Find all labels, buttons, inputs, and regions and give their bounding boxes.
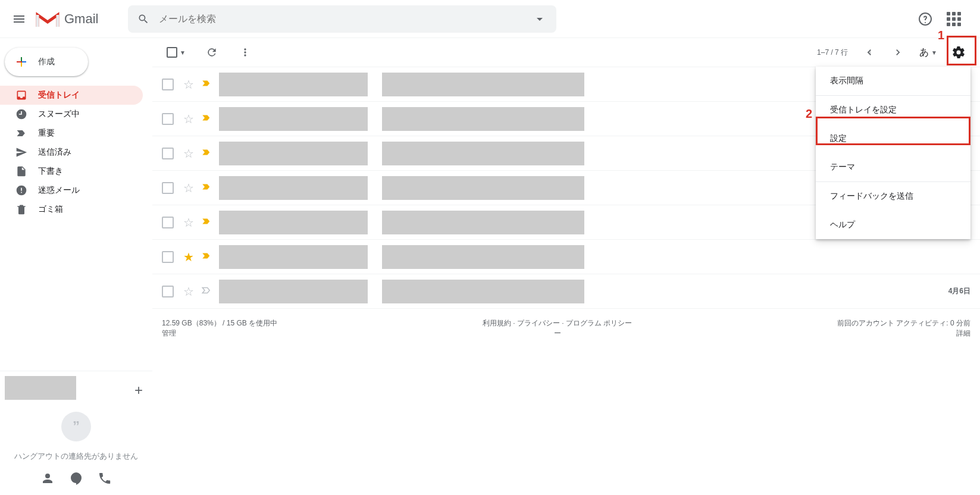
sidebar-item-spam[interactable]: 迷惑メール	[0, 181, 143, 200]
search-bar[interactable]	[128, 5, 556, 33]
phone-tab-icon[interactable]	[98, 471, 112, 485]
main: ▼ 1–7 / 7 行 あ ▼	[152, 38, 980, 495]
input-method-button[interactable]: あ ▼	[919, 46, 937, 59]
email-row[interactable]: ☆4月6日	[152, 274, 980, 309]
star-icon[interactable]: ☆	[183, 77, 194, 92]
star-icon[interactable]: ☆	[183, 284, 194, 299]
chevron-down-icon: ▼	[931, 49, 937, 56]
email-checkbox[interactable]	[162, 182, 174, 194]
hangouts-section: + ” ハングアウトの連絡先がありません	[0, 371, 152, 495]
important-marker-icon[interactable]	[201, 181, 212, 195]
sidebar-item-label: ゴミ箱	[38, 204, 63, 215]
star-icon[interactable]: ☆	[183, 112, 194, 126]
sidebar-item-label: 下書き	[38, 166, 63, 177]
footer-manage-link[interactable]: 管理	[162, 328, 277, 339]
redacted-sender	[219, 142, 368, 165]
next-page-button[interactable]	[886, 40, 910, 64]
toolbar: ▼ 1–7 / 7 行 あ ▼	[152, 38, 980, 67]
email-row[interactable]: ★	[152, 240, 980, 274]
email-preview	[219, 280, 948, 303]
star-icon[interactable]: ☆	[183, 215, 194, 230]
apps-button[interactable]	[942, 7, 966, 31]
sidebar-item-inbox[interactable]: 受信トレイ	[0, 86, 143, 105]
more-vert-icon	[239, 46, 251, 58]
search-options-icon[interactable]	[533, 12, 547, 26]
help-button[interactable]	[913, 7, 937, 31]
sidebar-item-label: 重要	[38, 128, 55, 139]
important-marker-icon[interactable]	[201, 250, 212, 264]
sidebar-item-sent[interactable]: 送信済み	[0, 143, 143, 162]
more-button[interactable]	[233, 40, 257, 64]
sent-icon	[15, 146, 27, 158]
redacted-sender	[219, 176, 368, 200]
important-marker-icon[interactable]	[201, 216, 212, 229]
prev-page-button[interactable]	[857, 40, 881, 64]
sidebar-item-label: 受信トレイ	[38, 90, 80, 101]
settings-button[interactable]	[947, 40, 970, 64]
refresh-icon	[206, 46, 218, 58]
star-icon[interactable]: ★	[183, 250, 194, 264]
apps-grid-icon	[947, 12, 961, 26]
email-checkbox[interactable]	[162, 148, 174, 159]
hangouts-user-placeholder	[5, 376, 76, 400]
settings-menu: 表示間隔 受信トレイを設定 設定 テーマ フィードバックを送信 ヘルプ	[816, 67, 970, 239]
footer: 12.59 GB（83%） / 15 GB を使用中 管理 利用規約 · プライ…	[152, 309, 980, 348]
sidebar-item-snoozed[interactable]: スヌーズ中	[0, 105, 143, 124]
menu-help[interactable]: ヘルプ	[816, 211, 970, 239]
sidebar-item-label: 送信済み	[38, 147, 71, 158]
hangouts-add-button[interactable]: +	[134, 382, 143, 399]
search-icon	[137, 13, 149, 25]
help-icon	[918, 12, 932, 26]
select-all-checkbox[interactable]: ▼	[162, 42, 190, 62]
menu-display-density[interactable]: 表示間隔	[816, 67, 970, 95]
inbox-icon	[15, 89, 27, 101]
header-right	[913, 7, 975, 31]
menu-feedback[interactable]: フィードバックを送信	[816, 182, 970, 211]
important-marker-icon[interactable]	[201, 147, 212, 160]
sidebar: 作成 受信トレイ スヌーズ中 重要 送信済み 下書き	[0, 38, 152, 495]
redacted-sender	[219, 73, 368, 96]
important-marker-icon[interactable]	[201, 112, 212, 126]
sidebar-item-important[interactable]: 重要	[0, 124, 143, 143]
compose-button[interactable]: 作成	[5, 48, 88, 76]
sidebar-item-trash[interactable]: ゴミ箱	[0, 200, 143, 219]
sidebar-item-label: 迷惑メール	[38, 185, 80, 196]
menu-settings[interactable]: 設定	[816, 124, 970, 153]
compose-label: 作成	[38, 57, 55, 67]
email-checkbox[interactable]	[162, 113, 174, 125]
gear-icon	[951, 45, 966, 59]
email-checkbox[interactable]	[162, 79, 174, 90]
menu-configure-inbox[interactable]: 受信トレイを設定	[816, 96, 970, 124]
menu-themes[interactable]: テーマ	[816, 153, 970, 181]
redacted-subject	[382, 245, 584, 269]
star-icon[interactable]: ☆	[183, 181, 194, 195]
redacted-subject	[382, 176, 584, 200]
important-marker-icon[interactable]	[201, 78, 212, 91]
email-checkbox[interactable]	[162, 217, 174, 228]
refresh-button[interactable]	[200, 40, 224, 64]
chevron-left-icon	[863, 46, 875, 58]
footer-details-link[interactable]: 詳細	[837, 328, 970, 339]
redacted-sender	[219, 107, 368, 131]
redacted-subject	[382, 107, 584, 131]
important-marker-icon[interactable]	[201, 285, 212, 298]
contacts-tab-icon[interactable]	[40, 471, 55, 485]
footer-policy[interactable]: 利用規約 · プライバシー · プログラム ポリシー ー	[483, 318, 632, 339]
hangouts-tab-icon[interactable]	[69, 471, 83, 485]
redacted-subject	[382, 211, 584, 234]
sidebar-item-drafts[interactable]: 下書き	[0, 162, 143, 181]
spam-icon	[15, 184, 27, 196]
redacted-subject	[382, 142, 584, 165]
input-method-label: あ	[919, 46, 929, 59]
gmail-logo[interactable]: Gmail	[36, 10, 98, 28]
email-date: 4月6日	[948, 286, 970, 296]
hangouts-empty-text: ハングアウトの連絡先がありません	[5, 451, 148, 462]
redacted-subject	[382, 280, 584, 303]
email-checkbox[interactable]	[162, 286, 174, 297]
nav-list: 受信トレイ スヌーズ中 重要 送信済み 下書き 迷惑メール	[0, 86, 152, 219]
star-icon[interactable]: ☆	[183, 146, 194, 161]
sidebar-item-label: スヌーズ中	[38, 109, 80, 120]
search-input[interactable]	[159, 14, 533, 24]
email-checkbox[interactable]	[162, 251, 174, 263]
main-menu-button[interactable]	[5, 5, 33, 33]
